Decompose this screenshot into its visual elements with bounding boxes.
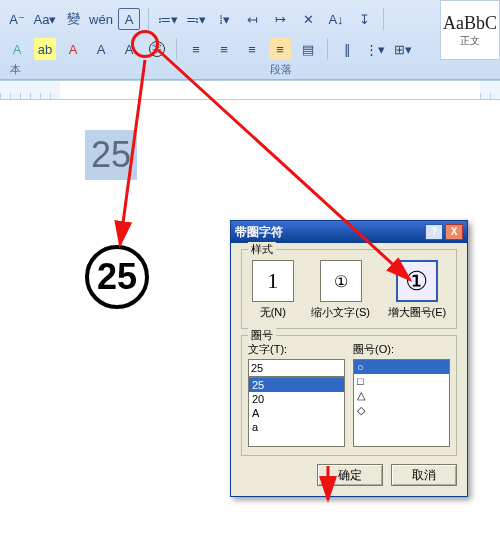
show-marks-button[interactable]: ↧ [353,8,375,30]
char-scale-button[interactable]: A [118,38,140,60]
char-border-button[interactable]: A [118,8,140,30]
dialog-title: 带圈字符 [235,224,283,241]
decrease-indent-button[interactable]: ↤ [241,8,263,30]
highlight-button[interactable]: ab [34,38,56,60]
shape-listbox[interactable]: ○□△◇ [353,359,450,447]
ribbon-row-2: A ab A A A 字 ≡ ≡ ≡ ≡ ▤ ‖ ⋮▾ ⊞▾ [6,34,494,64]
asian-layout-button[interactable]: A [90,38,112,60]
align-left-button[interactable]: ≡ [185,38,207,60]
change-case-button[interactable]: Aa▾ [34,8,56,30]
style-option-label: 无(N) [260,305,286,320]
list-item[interactable]: 20 [249,392,344,406]
dialog-help-button[interactable]: ? [425,224,443,240]
style-group: 样式 1无(N)①缩小文字(S)①增大圈号(E) [241,249,457,329]
list-item[interactable]: 25 [249,378,344,392]
ok-button[interactable]: 确定 [317,464,383,486]
list-item[interactable]: □ [354,374,449,388]
font-group-label: 本 [10,62,21,77]
multilevel-button[interactable]: ⁞▾ [213,8,235,30]
numbering-button[interactable]: ≕▾ [185,8,207,30]
cancel-button[interactable]: 取消 [391,464,457,486]
enclose-char-icon: 字 [149,41,165,57]
list-item[interactable]: △ [354,388,449,403]
shape-label: 圈号(O): [353,342,450,357]
enclosure-legend: 圈号 [248,328,276,343]
dialog-close-button[interactable]: X [445,224,463,240]
style-preview-icon: ① [396,260,438,302]
style-option-2[interactable]: ①增大圈号(E) [388,260,447,320]
enclosure-group: 圈号 文字(T): 2520Aa 圈号(O): ○□△◇ [241,335,457,456]
shrink-font-button[interactable]: A⁻ [6,8,28,30]
styles-gallery[interactable]: AaBbC 正文 [440,0,500,60]
style-preview-icon: 1 [252,260,294,302]
text-input[interactable] [248,359,345,377]
style-name: 正文 [460,34,480,48]
font-color2-button[interactable]: A [62,38,84,60]
enclose-char-button[interactable]: 字 [146,38,168,60]
style-option-1[interactable]: ①缩小文字(S) [311,260,370,320]
style-preview-icon: ① [320,260,362,302]
list-item[interactable]: ○ [354,360,449,374]
sort-button[interactable]: A↓ [325,8,347,30]
borders-button[interactable]: ⊞▾ [392,38,414,60]
dialog-titlebar[interactable]: 带圈字符 ? X [231,221,467,243]
style-sample: AaBbC [443,13,497,34]
enclose-char-dialog: 带圈字符 ? X 样式 1无(N)①缩小文字(S)①增大圈号(E) 圈号 文字(… [230,220,468,497]
justify-button[interactable]: ≡ [269,38,291,60]
line-spacing-button[interactable]: ‖ [336,38,358,60]
text-listbox[interactable]: 2520Aa [248,377,345,447]
align-right-button[interactable]: ≡ [241,38,263,60]
font-color-button[interactable]: A [6,38,28,60]
enclosed-result: 25 [85,245,149,309]
style-option-label: 缩小文字(S) [311,305,370,320]
ribbon: A⁻ Aa▾ 變 wén A ≔▾ ≕▾ ⁞▾ ↤ ↦ ✕ A↓ ↧ A ab … [0,0,500,80]
list-item[interactable]: A [249,406,344,420]
clear-format-button[interactable]: ✕ [297,8,319,30]
style-option-label: 增大圈号(E) [388,305,447,320]
bullets-button[interactable]: ≔▾ [157,8,179,30]
style-option-0[interactable]: 1无(N) [252,260,294,320]
text-label: 文字(T): [248,342,345,357]
list-item[interactable]: ◇ [354,403,449,418]
selected-text[interactable]: 25 [85,130,137,180]
increase-indent-button[interactable]: ↦ [269,8,291,30]
ruler[interactable] [0,80,500,100]
style-legend: 样式 [248,242,276,257]
shading-button[interactable]: ⋮▾ [364,38,386,60]
distribute-button[interactable]: ▤ [297,38,319,60]
char-shading-button[interactable]: wén [90,8,112,30]
ribbon-row-1: A⁻ Aa▾ 變 wén A ≔▾ ≕▾ ⁞▾ ↤ ↦ ✕ A↓ ↧ [6,4,494,34]
phonetic-guide-button[interactable]: 變 [62,8,84,30]
paragraph-group-label: 段落 [270,62,292,77]
align-center-button[interactable]: ≡ [213,38,235,60]
list-item[interactable]: a [249,420,344,434]
